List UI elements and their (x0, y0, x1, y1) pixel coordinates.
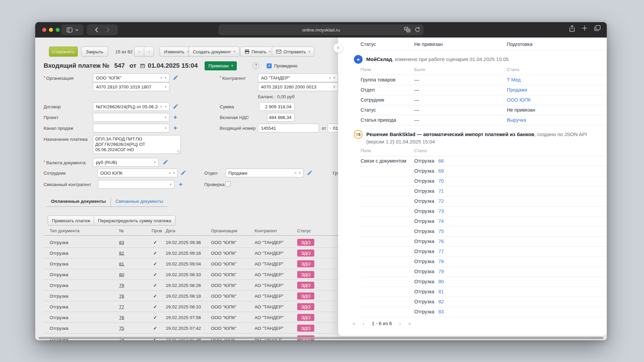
shipment-number-link[interactable]: 73 (438, 208, 444, 214)
edit-pencil-icon[interactable] (173, 104, 178, 109)
shipment-number-link[interactable]: 72 (438, 198, 444, 204)
shipment-number-link[interactable]: 80 (438, 279, 444, 284)
project-select[interactable]: ▾ (93, 113, 169, 122)
doc-number-link[interactable]: 79 (119, 283, 124, 288)
sum-input[interactable]: 2 909 318,04 (259, 102, 294, 111)
vat-input[interactable]: 484 886,34 (267, 113, 294, 122)
close-button[interactable]: Закрыть (81, 47, 108, 57)
became-cell[interactable]: Не привязан (507, 107, 535, 113)
shipment-number-link[interactable]: 66 (438, 158, 444, 164)
organization-select[interactable]: ООО "ЮПК"×▾ (93, 73, 169, 82)
tab-overview-icon[interactable] (594, 25, 601, 31)
back-icon[interactable] (95, 27, 98, 32)
clear-icon[interactable]: × (294, 171, 297, 176)
department-select[interactable]: Продажи×▾ (225, 169, 304, 177)
reload-icon[interactable] (415, 27, 420, 33)
doc-number-link[interactable]: 82 (119, 250, 124, 255)
shipment-number-link[interactable]: 75 (438, 229, 444, 234)
sidebar-toggle-button[interactable] (61, 24, 84, 35)
shipment-link-row: Отгрузка 73 (361, 206, 607, 217)
counterparty-select[interactable]: АО "ТАНДЕР"×▾ (258, 73, 338, 82)
edit-button[interactable]: Изменить▾ (160, 47, 193, 57)
print-button[interactable]: Печать▾ (240, 47, 275, 57)
last-page-button[interactable]: » (408, 320, 411, 326)
clear-icon[interactable]: × (168, 171, 171, 176)
prev-page-button[interactable]: ‹ (363, 320, 364, 326)
help-icon[interactable]: ? (253, 62, 259, 69)
doc-number-link[interactable]: 78 (119, 293, 124, 298)
send-button[interactable]: Отправить▾ (272, 47, 314, 57)
prev-record-button[interactable]: ‹ (134, 47, 144, 57)
employee-select[interactable]: ООО ЮПК×▾ (97, 169, 178, 177)
currency-select[interactable]: руб (RUB)▾ (93, 158, 159, 167)
became-cell[interactable]: Продажи (507, 87, 527, 93)
shipment-number-link[interactable]: 69 (438, 168, 444, 174)
create-document-button[interactable]: Создать документ▾ (189, 47, 239, 57)
shipment-number-link[interactable]: 70 (438, 178, 444, 184)
shipment-number-link[interactable]: 71 (438, 188, 444, 194)
doc-number-link[interactable]: 81 (119, 261, 124, 266)
add-sales-channel-button[interactable]: + (173, 125, 177, 131)
became-cell[interactable]: ООО ЮПК (507, 97, 531, 103)
add-related-counterparty-button[interactable]: + (179, 182, 182, 187)
incoming-number-input[interactable]: 145541 (258, 124, 319, 132)
shipment-number-link[interactable]: 81 (438, 289, 444, 294)
add-project-button[interactable]: + (173, 115, 177, 120)
shipment-number-link[interactable]: 79 (438, 269, 444, 274)
status-badge[interactable]: Привязан▾ (205, 61, 237, 70)
shipment-number-link[interactable]: 76 (438, 239, 444, 244)
col-status: Статус (297, 228, 311, 233)
shipment-number-link[interactable]: 74 (438, 219, 444, 224)
tab-linked-documents[interactable]: Связанные документы (111, 197, 168, 206)
sales-channel-select[interactable]: ▾ (93, 124, 169, 132)
redistribute-sum-button[interactable]: Перераспределить сумму платежа (94, 216, 175, 226)
was-cell: — (414, 117, 419, 123)
calendar-icon[interactable] (140, 63, 145, 68)
contract-select[interactable]: №ГК/26626/24(РЦ) от 05.06.2024×▾ (93, 102, 169, 111)
held-checkbox[interactable]: ✓ (267, 63, 272, 68)
shipment-number-link[interactable]: 78 (438, 259, 444, 264)
organization-account-select[interactable]: 4070 2810 3700 1019 1807▾ (93, 82, 169, 91)
bind-payment-button[interactable]: Привязать платеж (48, 216, 95, 226)
first-page-button[interactable]: « (353, 320, 355, 326)
forward-icon[interactable] (107, 27, 110, 32)
counterparty-account-select[interactable]: 4070 2810 3260 2000 0013▾ (258, 82, 338, 91)
shipment-number-link[interactable]: 83 (438, 309, 444, 314)
close-window-button[interactable] (42, 28, 46, 32)
minimize-window-button[interactable] (49, 28, 53, 32)
save-button[interactable]: Сохранить (49, 47, 78, 57)
horizontal-scrollbar[interactable] (39, 337, 603, 339)
became-cell[interactable]: Т Мед (507, 77, 521, 82)
panel-close-button[interactable]: × (333, 43, 343, 53)
next-record-button[interactable]: › (144, 47, 154, 57)
doc-number-link[interactable]: 80 (119, 272, 124, 277)
edit-pencil-icon[interactable] (180, 170, 186, 176)
resize-handle[interactable] (177, 150, 180, 153)
new-tab-icon[interactable] (582, 25, 588, 31)
clear-icon[interactable]: × (329, 75, 331, 80)
verification-checkbox[interactable] (225, 181, 231, 187)
edit-pencil-icon[interactable] (307, 170, 312, 176)
shipment-number-link[interactable]: 82 (438, 299, 444, 304)
related-counterparty-select[interactable]: ▾ (98, 180, 174, 189)
clear-icon[interactable]: × (160, 75, 163, 80)
edit-pencil-icon[interactable] (173, 75, 178, 80)
edit-pencil-icon[interactable] (163, 160, 168, 165)
next-page-button[interactable]: › (399, 320, 401, 326)
doc-number-link[interactable]: 76 (119, 315, 124, 320)
became-cell[interactable]: Выручка (507, 117, 526, 123)
doc-number-link[interactable]: 77 (119, 304, 124, 309)
tab-paid-documents[interactable]: Оплаченные документы (46, 197, 111, 206)
doc-org-cell: ООО "ЮПК" (211, 240, 236, 245)
translate-icon[interactable]: A (404, 27, 411, 33)
shipment-number-link[interactable]: 77 (438, 249, 444, 254)
col-was: Было (414, 67, 425, 72)
share-icon[interactable] (569, 25, 575, 32)
zoom-window-button[interactable] (56, 28, 60, 32)
payment-purpose-textarea[interactable]: ОПЛ.ЗА ПРОД.ПИТ.ПО ДОГ.ГК/26626/24(РЦ) О… (93, 135, 181, 154)
doc-date-cell: 19.02.2025 09:16 (166, 250, 201, 255)
doc-number-link[interactable]: 83 (119, 240, 124, 245)
clear-icon[interactable]: × (160, 104, 163, 109)
doc-number-link[interactable]: 75 (119, 325, 124, 330)
address-bar[interactable]: online.moysklad.ru A (218, 24, 424, 35)
